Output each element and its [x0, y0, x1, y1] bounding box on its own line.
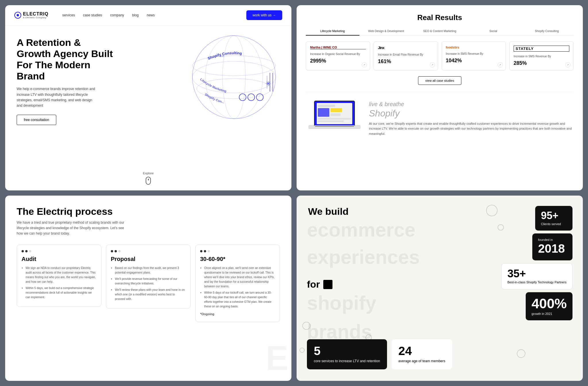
- foodstirs-logo: foodstirs: [446, 46, 502, 49]
- audit-title: Audit: [22, 256, 96, 262]
- svg-point-5: [205, 36, 263, 119]
- tab-seo-content[interactable]: SEO & Content Marketing: [413, 27, 467, 35]
- nav-case-studies[interactable]: case studies: [83, 13, 102, 17]
- stat-box-clients: 95+ Clients served: [535, 206, 572, 231]
- process-cards: Audit We sign an NDA to conduct our prop…: [17, 245, 280, 322]
- results-tabs: Lifecycle Marketing Web Design & Develop…: [306, 27, 574, 36]
- proposal-bullet-2: We'll provide revenue forecasting for so…: [115, 277, 186, 286]
- card-dots-audit: [22, 250, 96, 252]
- result-card-foodstirs: foodstirs Increase in SMS Revenue By 104…: [442, 41, 506, 71]
- 30-60-90-title: 30-60-90*: [200, 256, 275, 262]
- audit-body: We sign an NDA to conduct our proprietar…: [22, 266, 96, 300]
- hero-title: A Retention & Growth Agency Built For Th…: [17, 37, 114, 82]
- stat-clients-label: Clients served: [541, 222, 567, 226]
- dot-3: [118, 250, 121, 252]
- svg-point-0: [192, 36, 276, 119]
- proposal-bullet-1: Based on our findings from the audit, we…: [115, 266, 186, 275]
- audit-bullet-1: We sign an NDA to conduct our proprietar…: [26, 266, 96, 284]
- martha-metric-label: Increase in Organic Social Revenue By: [310, 52, 366, 56]
- stat-box-founded: founded in 2018: [532, 233, 572, 260]
- dot-1: [200, 250, 202, 252]
- nav-news[interactable]: news: [147, 13, 155, 17]
- nav-cta-button[interactable]: work with us →: [246, 10, 282, 20]
- explore-indicator: Explore: [143, 171, 154, 185]
- dot-1: [111, 250, 113, 252]
- process-card-proposal: Proposal Based on our findings from the …: [106, 245, 191, 309]
- view-all-button[interactable]: view all case studies: [418, 76, 461, 85]
- nav-services[interactable]: services: [62, 13, 75, 17]
- dot-2: [115, 250, 117, 252]
- ghost-text-ecommerce: ecommerce: [307, 220, 415, 239]
- stat-partners-label: Best-in-class Shopify Technology Partner…: [507, 280, 566, 284]
- scroll-mouse-icon: [146, 177, 151, 185]
- jinx-arrow-icon[interactable]: ↗: [430, 62, 435, 67]
- result-card-stately: STATELY Increase in SMS Revenue By 285% …: [509, 41, 574, 71]
- stat-24-value: 24: [399, 345, 445, 357]
- ghost-text-brands: brands: [307, 322, 372, 341]
- nav-company[interactable]: company: [110, 13, 124, 17]
- shopify-description: At our core, we're Shopify experts that …: [369, 121, 574, 137]
- hero-content: A Retention & Growth Agency Built For Th…: [5, 26, 291, 190]
- stat-growth-label: growth in 2021: [531, 312, 567, 316]
- results-panel: Real Results Lifecycle Marketing Web Des…: [297, 5, 583, 190]
- 30-60-90-bullet-1: Once aligned on a plan, we'll send over …: [204, 266, 275, 289]
- result-card-martha: Martha | WINE CO Increase in Organic Soc…: [306, 41, 370, 71]
- 30-60-90-body: Once aligned on a plan, we'll send over …: [200, 266, 275, 317]
- stat-5-label: core services to increase LTV and retent…: [314, 359, 380, 364]
- svg-point-4: [223, 36, 245, 119]
- card-dots-30-60-90: [200, 250, 275, 252]
- process-card-30-60-90: 30-60-90* Once aligned on a plan, we'll …: [195, 245, 280, 322]
- logo-text: ELECTRIQ A DRINKS Company: [23, 12, 49, 19]
- tab-web-design[interactable]: Web Design & Development: [359, 27, 413, 35]
- dot-3: [208, 250, 210, 252]
- dot-2: [204, 250, 206, 252]
- logo-subtitle: A DRINKS Company: [23, 16, 49, 19]
- svg-rect-24: [318, 118, 351, 120]
- foodstirs-metric-label: Increase in SMS Revenue By: [446, 52, 502, 56]
- stat-growth-value: 400%: [531, 297, 567, 311]
- logo: ELECTRIQ A DRINKS Company: [14, 12, 49, 19]
- stat-24-label: average age of team members: [399, 359, 445, 364]
- foodstirs-arrow-icon[interactable]: ↗: [498, 62, 503, 67]
- shopify-text-block: live & breathe Shopify At our core, we'r…: [369, 98, 574, 136]
- stat-clients-value: 95+: [541, 210, 567, 221]
- stately-logo: STATELY: [514, 46, 569, 52]
- founded-in-label: founded in: [538, 238, 567, 241]
- stat-box-24-age: 24 average age of team members: [392, 339, 452, 369]
- hero-text-block: A Retention & Growth Agency Built For Th…: [17, 37, 114, 182]
- tab-shopify-consulting[interactable]: Shopify Consulting: [520, 27, 574, 35]
- for-label: for: [307, 279, 320, 290]
- hero-description: We help e-commerce brands improve retent…: [17, 86, 97, 108]
- for-block-icon: [323, 280, 332, 289]
- jinx-logo: Jinx: [378, 46, 434, 50]
- explore-label: Explore: [143, 171, 154, 175]
- results-cards: Martha | WINE CO Increase in Organic Soc…: [306, 41, 574, 71]
- process-title: The Electriq process: [17, 206, 280, 217]
- hero-cta-button[interactable]: free consultation: [17, 115, 56, 125]
- tab-social[interactable]: Social: [467, 27, 520, 35]
- proposal-body: Based on our findings from the audit, we…: [111, 266, 186, 301]
- process-card-audit: Audit We sign an NDA to conduct our prop…: [17, 245, 101, 307]
- dot-2: [25, 250, 28, 252]
- dot-1: [22, 250, 24, 252]
- svg-rect-22: [330, 108, 342, 112]
- nav-blog[interactable]: blog: [132, 13, 139, 17]
- svg-text:ent: ent: [220, 54, 224, 58]
- hero-panel: ELECTRIQ A DRINKS Company services case …: [5, 5, 291, 190]
- tab-lifecycle-marketing[interactable]: Lifecycle Marketing: [306, 27, 359, 36]
- shopify-heading-bold: Shopify: [369, 108, 400, 118]
- stately-arrow-icon[interactable]: ↗: [565, 62, 570, 67]
- ongoing-footnote: *Ongoing: [200, 312, 275, 317]
- foodstirs-metric-value: 1042%: [446, 58, 502, 64]
- hero-sphere: Shopify Consulting Lifecycle Marketing S…: [185, 28, 283, 126]
- stately-metric-value: 285%: [514, 60, 569, 66]
- svg-rect-26: [314, 125, 355, 126]
- stat-founded-value: 2018: [538, 243, 567, 255]
- jinx-metric-label: Increase in Email Flow Revenue By: [378, 53, 434, 57]
- deco-circle-4: [299, 348, 305, 353]
- svg-point-9: [239, 94, 246, 101]
- stat-partners-value: 35+: [507, 268, 566, 279]
- stat-box-growth: 400% growth in 2021: [526, 292, 572, 320]
- shopify-section: live & breathe Shopify At our core, we'r…: [306, 92, 574, 138]
- martha-arrow-icon[interactable]: ↗: [362, 62, 367, 67]
